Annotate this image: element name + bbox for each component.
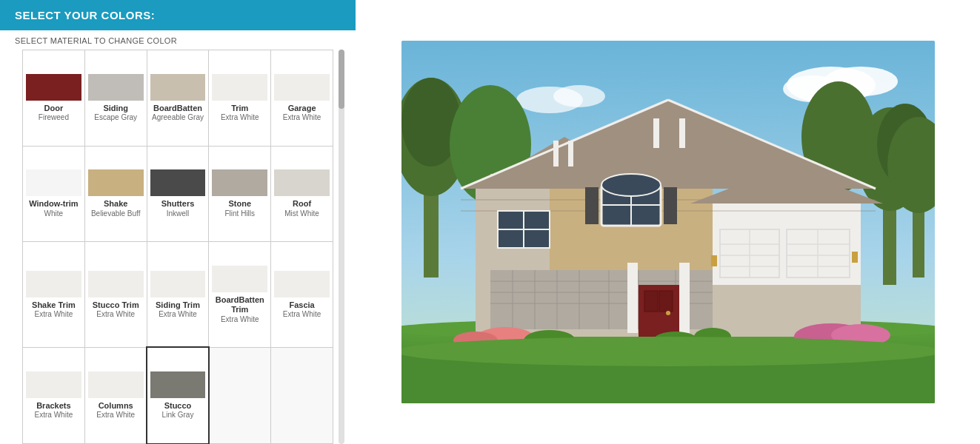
cell-name-window-trim: Window-trim (29, 199, 79, 209)
cell-name-stone: Stone (229, 199, 252, 209)
svg-rect-44 (679, 118, 685, 148)
svg-point-82 (401, 337, 935, 366)
cell-name-stucco-trim: Stucco Trim (93, 300, 139, 310)
color-swatch-door (26, 74, 81, 101)
cell-value-siding-trim: Extra White (159, 310, 197, 319)
color-swatch-stucco-trim (88, 271, 144, 297)
header-bar: SELECT YOUR COLORS: (0, 0, 356, 30)
color-cell-stucco[interactable]: StuccoLink Gray (147, 348, 209, 443)
color-cell-roof[interactable]: RoofMist White (271, 147, 333, 242)
color-cell-stucco-trim[interactable]: Stucco TrimExtra White (85, 242, 147, 347)
color-swatch-columns (88, 371, 144, 398)
color-swatch-shake-trim (26, 271, 81, 297)
house-svg (401, 41, 935, 403)
color-cell-shutters[interactable]: ShuttersInkwell (147, 147, 209, 242)
color-cell-trim[interactable]: TrimExtra White (209, 50, 270, 146)
cell-name-door: Door (44, 104, 64, 113)
color-swatch-boardbatten (150, 74, 206, 101)
color-swatch-window-trim (26, 169, 81, 196)
color-swatch-shake (88, 169, 144, 196)
cell-value-roof: Mist White (284, 209, 319, 218)
cell-name-boardbatten: BoardBatten (153, 104, 202, 113)
cell-name-fascia: Fascia (289, 300, 314, 310)
color-swatch-stucco (150, 371, 206, 398)
house-image (401, 41, 935, 403)
color-swatch-shutters (150, 169, 206, 196)
svg-rect-52 (664, 187, 677, 224)
color-cell-shake[interactable]: ShakeBelievable Buff (85, 147, 147, 242)
color-swatch-siding (88, 74, 144, 101)
cell-value-columns: Extra White (96, 411, 135, 420)
color-cell-boardbatten[interactable]: BoardBattenAgreeable Gray (147, 50, 209, 146)
svg-rect-51 (585, 187, 599, 224)
empty-cell (271, 348, 333, 443)
svg-rect-70 (627, 263, 638, 333)
color-cell-boardbatten-trim[interactable]: BoardBatten TrimExtra White (209, 242, 270, 347)
sub-label: SELECT MATERIAL TO CHANGE COLOR (0, 30, 356, 50)
scroll-track[interactable] (339, 50, 344, 444)
color-cell-brackets[interactable]: BracketsExtra White (23, 348, 84, 443)
cell-value-stucco: Link Gray (162, 411, 194, 420)
cell-value-garage: Extra White (283, 113, 321, 122)
svg-point-59 (666, 311, 670, 315)
cell-name-siding-trim: Siding Trim (156, 300, 200, 310)
svg-rect-71 (679, 263, 690, 333)
color-swatch-brackets (26, 371, 81, 398)
color-swatch-siding-trim (150, 271, 206, 297)
cell-name-boardbatten-trim: BoardBatten Trim (212, 295, 267, 314)
cell-value-shake-trim: Extra White (35, 310, 73, 319)
header-title: SELECT YOUR COLORS: (15, 9, 155, 21)
svg-rect-45 (553, 141, 559, 166)
cell-value-window-trim: White (44, 209, 64, 218)
svg-point-50 (601, 174, 661, 196)
cell-value-trim: Extra White (221, 113, 259, 122)
color-cell-shake-trim[interactable]: Shake TrimExtra White (23, 242, 84, 347)
color-swatch-trim (212, 74, 267, 101)
svg-point-5 (553, 85, 605, 107)
svg-rect-72 (711, 255, 717, 266)
color-swatch-roof (274, 169, 330, 196)
color-cell-siding[interactable]: SidingEscape Gray (85, 50, 147, 146)
cell-name-shake-trim: Shake Trim (32, 300, 76, 310)
color-cell-columns[interactable]: ColumnsExtra White (85, 348, 147, 443)
color-cell-garage[interactable]: GarageExtra White (271, 50, 333, 146)
scroll-area: DoorFireweedSidingEscape GrayBoardBatten… (0, 50, 356, 444)
cell-name-brackets: Brackets (36, 401, 70, 411)
left-panel: SELECT YOUR COLORS: SELECT MATERIAL TO C… (0, 0, 356, 444)
cell-name-columns: Columns (99, 401, 133, 411)
color-swatch-garage (274, 74, 330, 101)
color-cell-window-trim[interactable]: Window-trimWhite (23, 147, 84, 242)
color-swatch-boardbatten-trim (212, 266, 267, 292)
cell-name-stucco: Stucco (164, 401, 192, 411)
color-grid: DoorFireweedSidingEscape GrayBoardBatten… (22, 50, 333, 444)
color-swatch-fascia (274, 271, 330, 297)
svg-rect-58 (659, 291, 673, 312)
empty-cell (209, 348, 270, 443)
color-swatch-stone (212, 169, 267, 196)
svg-rect-73 (852, 252, 858, 263)
cell-name-shutters: Shutters (161, 199, 195, 209)
cell-value-fascia: Extra White (283, 310, 321, 319)
svg-rect-43 (653, 118, 659, 148)
color-cell-siding-trim[interactable]: Siding TrimExtra White (147, 242, 209, 347)
color-cell-fascia[interactable]: FasciaExtra White (271, 242, 333, 347)
cell-name-trim: Trim (231, 104, 248, 113)
cell-value-shake: Believable Buff (91, 209, 141, 218)
cell-name-garage: Garage (288, 104, 316, 113)
cell-value-shutters: Inkwell (167, 209, 190, 218)
svg-rect-46 (568, 141, 573, 166)
right-panel (356, 0, 980, 444)
color-cell-stone[interactable]: StoneFlint Hills (209, 147, 270, 242)
cell-name-roof: Roof (293, 199, 311, 209)
cell-value-door: Fireweed (39, 113, 69, 122)
color-cell-door[interactable]: DoorFireweed (23, 50, 84, 146)
cell-value-stucco-trim: Extra White (96, 310, 135, 319)
cell-name-shake: Shake (104, 199, 127, 209)
scroll-thumb[interactable] (339, 50, 344, 109)
cell-value-brackets: Extra White (35, 411, 73, 420)
cell-value-siding: Escape Gray (94, 113, 137, 122)
cell-value-boardbatten-trim: Extra White (221, 315, 259, 324)
cell-value-boardbatten: Agreeable Gray (152, 113, 204, 122)
cell-value-stone: Flint Hills (225, 209, 256, 218)
cell-name-siding: Siding (103, 104, 128, 113)
